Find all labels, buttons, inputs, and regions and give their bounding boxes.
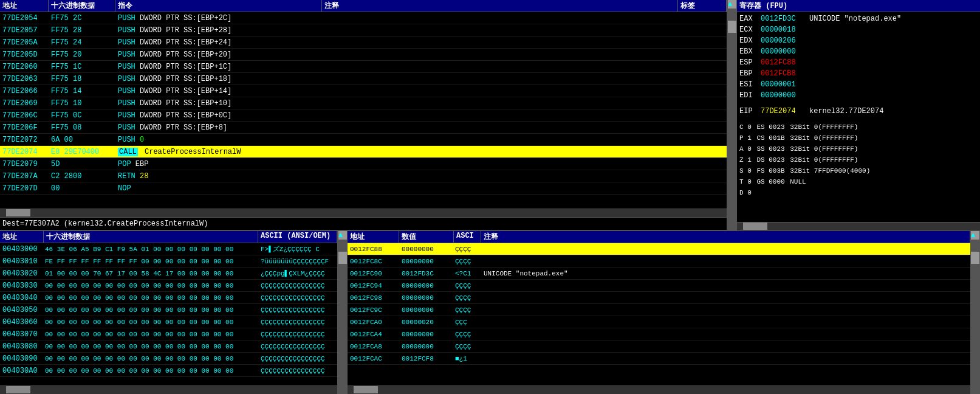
hexdump-hscroll-thumb[interactable] (6, 386, 30, 393)
hd-row-ascii: ?üüüüüüüÇÇÇÇÇÇÇÇF (258, 258, 337, 265)
seg-gs-bits: NULL (790, 178, 806, 185)
flag-t: T 0 (739, 178, 755, 185)
hscroll-thumb[interactable] (6, 209, 30, 216)
list-item[interactable]: 00403040 00 00 00 00 00 00 00 00 00 00 0… (0, 292, 337, 304)
table-row[interactable]: 77DE2057 FF75 28 PUSH DWORD PTR SS:[EBP+… (0, 24, 727, 36)
status-bar: Dest=77E307A2 (kernel32.CreateProcessInt… (0, 217, 727, 230)
table-row[interactable]: 77DE205D FF75 20 PUSH DWORD PTR SS:[EBP+… (0, 49, 727, 61)
table-row[interactable]: 77DE207A C2 2800 RETN 28 (0, 170, 727, 182)
list-item[interactable]: 00403060 00 00 00 00 00 00 00 00 00 00 0… (0, 316, 337, 328)
stack-vscroll[interactable]: ▲ (970, 231, 980, 394)
seg-es: ES 0023 (756, 123, 789, 131)
list-item[interactable]: 0012FCA0 00000020 ÇÇÇ (348, 316, 970, 328)
seg-ds-bits: 32Bit 0(FFFFFFFF) (790, 156, 858, 164)
table-row[interactable]: 77DE206F FF75 08 PUSH DWORD PTR SS:[EBP+… (0, 122, 727, 134)
list-item[interactable]: 0012FC88 00000000 ÇÇÇÇ (348, 243, 970, 255)
seg-fs-bits: 32Bit 7FFDF000(4000) (790, 167, 870, 175)
row-hex: E8 29E70400 (49, 148, 115, 156)
list-item[interactable]: 00403030 00 00 00 00 00 00 00 00 00 00 0… (0, 280, 337, 292)
list-item[interactable]: 0012FC98 00000000 ÇÇÇÇ (348, 292, 970, 304)
table-row[interactable]: 77DE205A FF75 24 PUSH DWORD PTR SS:[EBP+… (0, 36, 727, 49)
register-panel: 寄存器 (FPU) EAX 0012FD3C UNICODE "notepad.… (737, 0, 980, 230)
hexdump-scroll-up[interactable]: ▲ (338, 231, 347, 240)
list-item[interactable]: 00403080 00 00 00 00 00 00 00 00 00 00 0… (0, 340, 337, 353)
reg-value-ebx: 00000000 (761, 47, 809, 56)
register-rows: EAX 0012FD3C UNICODE "notepad.exe" ECX 0… (737, 12, 980, 222)
hexdump-vscroll[interactable]: ▲ (338, 231, 348, 394)
stack-hscroll-thumb[interactable] (354, 386, 378, 393)
hd-row-hex: 00 00 00 00 00 00 00 00 00 00 00 00 00 0… (44, 367, 258, 375)
table-row[interactable]: 77DE2063 FF75 18 PUSH DWORD PTR SS:[EBP+… (0, 73, 727, 85)
table-row[interactable]: 77DE207D 00 NOP (0, 182, 727, 195)
stack-scroll-thumb[interactable] (971, 252, 979, 264)
row-addr: 77DE207D (0, 184, 49, 193)
list-item[interactable]: 0012FCA8 00000000 ÇÇÇÇ (348, 340, 970, 353)
disasm-rows: 77DE2054 FF75 2C PUSH DWORD PTR SS:[EBP+… (0, 12, 727, 209)
st-col-addr: 地址 (348, 231, 399, 243)
hd-row-ascii: ÇÇÇÇÇÇÇÇÇÇÇÇÇÇÇÇ (258, 319, 337, 326)
st-row-ascii: ÇÇÇÇ (454, 294, 481, 302)
table-row[interactable]: 77DE2066 FF75 14 PUSH DWORD PTR SS:[EBP+… (0, 85, 727, 97)
scroll-up-btn[interactable]: ▲ (728, 0, 736, 9)
reg-hscroll[interactable] (737, 222, 980, 230)
stack-hscroll[interactable] (348, 385, 970, 394)
row-hex: FF75 24 (49, 38, 115, 47)
hd-row-ascii: ÇÇÇÇÇÇÇÇÇÇÇÇÇÇÇÇ (258, 367, 337, 375)
list-item[interactable]: 0012FC8C 00000000 ÇÇÇÇ (348, 255, 970, 268)
table-row-call[interactable]: 77DE2074 E8 29E70400 CALL CreateProcessI… (0, 146, 727, 158)
row-addr: 77DE206F (0, 123, 49, 132)
list-item[interactable]: 0012FCA4 00000000 ÇÇÇÇ (348, 328, 970, 340)
st-row-val: 00000000 (399, 258, 454, 265)
list-item[interactable]: 0012FC9C 00000000 ÇÇÇÇ (348, 304, 970, 316)
table-row[interactable]: 77DE2060 FF75 1C PUSH DWORD PTR SS:[EBP+… (0, 61, 727, 73)
hexdump-hscroll[interactable] (0, 385, 337, 394)
list-item[interactable]: 00403050 00 00 00 00 00 00 00 00 00 00 0… (0, 304, 337, 316)
hd-row-hex: 01 00 00 00 70 67 17 00 58 4C 17 00 00 0… (44, 270, 258, 277)
hd-row-ascii: ÇÇÇÇÇÇÇÇÇÇÇÇÇÇÇÇ (258, 355, 337, 362)
list-item[interactable]: 00403070 00 00 00 00 00 00 00 00 00 00 0… (0, 328, 337, 340)
status-text: Dest=77E307A2 (kernel32.CreateProcessInt… (2, 219, 208, 228)
seg-es-bits: 32Bit 0(FFFFFFFF) (790, 123, 858, 131)
list-item[interactable]: 00403020 01 00 00 00 70 67 17 00 58 4C 1… (0, 268, 337, 280)
reg-value-edi: 00000000 (761, 91, 809, 100)
list-item[interactable]: 00403000 46 3E 06 A5 B9 C1 F9 5A 01 00 0… (0, 243, 337, 255)
list-item[interactable]: 0012FC90 0012FD3C <?C1 UNICODE "notepad.… (348, 268, 970, 280)
st-row-val: 00000000 (399, 282, 454, 289)
table-row[interactable]: 77DE2072 6A 00 PUSH 0 (0, 134, 727, 146)
st-row-addr: 0012FC8C (348, 258, 399, 265)
list-item[interactable]: 00403010 FE FF FF FF FF FF FF FF 00 00 0… (0, 255, 337, 268)
row-instr: PUSH 0 (115, 136, 322, 144)
row-instr: RETN 28 (115, 172, 322, 181)
flags-row-d: D 0 (737, 187, 980, 198)
table-row[interactable]: 77DE2069 FF75 10 PUSH DWORD PTR SS:[EBP+… (0, 97, 727, 109)
flag-p: P 1 (739, 134, 755, 142)
hd-row-hex: 00 00 00 00 00 00 00 00 00 00 00 00 00 0… (44, 306, 258, 314)
hexdump-scroll-thumb[interactable] (338, 252, 347, 264)
st-col-comment: 注释 (481, 231, 970, 243)
st-row-val: 00000000 (399, 246, 454, 253)
stack-scroll-up[interactable]: ▲ (971, 231, 979, 240)
flag-c: C 0 (739, 123, 755, 131)
list-item[interactable]: 0012FC94 00000000 ÇÇÇÇ (348, 280, 970, 292)
hd-row-hex: 00 00 00 00 00 00 00 00 00 00 00 00 00 0… (44, 282, 258, 289)
st-row-addr: 0012FCA4 (348, 331, 399, 338)
table-row[interactable]: 77DE2054 FF75 2C PUSH DWORD PTR SS:[EBP+… (0, 12, 727, 24)
disasm-vscroll[interactable]: ▲ (727, 0, 737, 230)
row-instr: PUSH DWORD PTR SS:[EBP+2C] (115, 14, 322, 22)
row-hex: FF75 1C (49, 63, 115, 71)
table-row[interactable]: 77DE2079 5D POP EBP (0, 158, 727, 170)
reg-value-edx: 00000206 (761, 36, 809, 45)
list-item[interactable]: 004030A0 00 00 00 00 00 00 00 00 00 00 0… (0, 365, 337, 377)
bottom-section: 地址 十六进制数据 ASCII (ANSI/OEM) 00403000 46 3… (0, 231, 980, 394)
call-keyword: CALL (118, 148, 138, 156)
table-row[interactable]: 77DE206C FF75 0C PUSH DWORD PTR SS:[EBP+… (0, 109, 727, 122)
disasm-hscroll[interactable] (0, 209, 727, 217)
hd-row-ascii: ÇÇÇÇÇÇÇÇÇÇÇÇÇÇÇÇ (258, 343, 337, 350)
list-item[interactable]: 0012FCAC 0012FCF8 ■¿1 (348, 353, 970, 365)
reg-row-ebp: EBP 0012FCB8 (737, 68, 980, 79)
scroll-thumb[interactable] (728, 21, 736, 33)
hd-row-addr: 00403050 (0, 306, 44, 314)
reg-value-esi: 00000001 (761, 80, 809, 89)
list-item[interactable]: 00403090 00 00 00 00 00 00 00 00 00 00 0… (0, 353, 337, 365)
reg-hscroll-thumb[interactable] (743, 223, 767, 230)
